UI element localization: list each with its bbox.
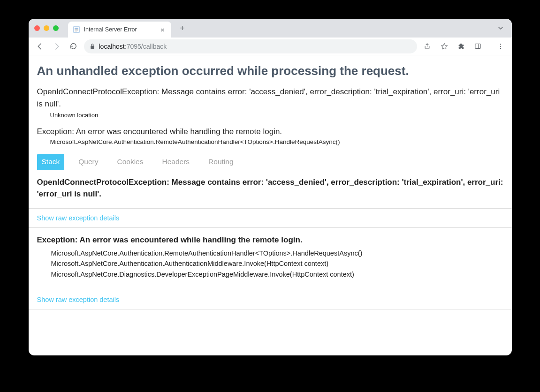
tab-routing[interactable]: Routing xyxy=(204,154,238,170)
exception-message-1: OpenIdConnectProtocolException: Message … xyxy=(37,86,503,110)
svg-rect-1 xyxy=(75,28,78,29)
forward-button[interactable] xyxy=(50,40,63,53)
url-text: localhost:7095/callback xyxy=(99,43,167,50)
svg-rect-5 xyxy=(91,46,94,49)
tabs-dropdown-button[interactable] xyxy=(495,23,506,34)
tab-cookies[interactable]: Cookies xyxy=(112,154,148,170)
url-path: :7095/callback xyxy=(125,43,167,50)
exception-message-2: Exception: An error was encountered whil… xyxy=(37,127,503,136)
tab-title: Internal Server Error xyxy=(84,26,137,33)
svg-point-9 xyxy=(500,45,501,46)
back-button[interactable] xyxy=(33,40,46,53)
stack-block-1: OpenIdConnectProtocolException: Message … xyxy=(29,170,512,203)
stack-trace-line: Microsoft.AspNetCore.Authentication.Remo… xyxy=(51,248,503,258)
svg-point-8 xyxy=(500,44,501,45)
exception-location-1: Unknown location xyxy=(37,112,503,119)
toolbar-right xyxy=(421,40,507,53)
share-button[interactable] xyxy=(421,40,434,53)
maximize-window-button[interactable] xyxy=(53,25,59,31)
close-window-button[interactable] xyxy=(34,25,40,31)
stack-trace-list: Microsoft.AspNetCore.Authentication.Remo… xyxy=(37,246,503,281)
show-raw-link-2[interactable]: Show raw exception details xyxy=(29,290,512,309)
url-host: localhost xyxy=(99,43,125,50)
stack-trace-line: Microsoft.AspNetCore.Diagnostics.Develop… xyxy=(51,269,503,279)
show-raw-link-1[interactable]: Show raw exception details xyxy=(29,209,512,228)
side-panel-button[interactable] xyxy=(472,40,485,53)
stack-title-1: OpenIdConnectProtocolException: Message … xyxy=(37,177,503,200)
stack-block-2: Exception: An error was encountered whil… xyxy=(29,228,512,284)
address-bar[interactable]: localhost:7095/callback xyxy=(84,39,417,53)
stack-trace-line: Microsoft.AspNetCore.Authentication.Auth… xyxy=(51,258,503,269)
extensions-button[interactable] xyxy=(455,40,468,53)
browser-tab[interactable]: Internal Server Error × xyxy=(68,22,171,38)
exception-location-2: Microsoft.AspNetCore.Authentication.Remo… xyxy=(37,138,503,145)
stack-title-2: Exception: An error was encountered whil… xyxy=(37,234,503,246)
lock-icon xyxy=(90,43,95,49)
error-tabs: Stack Query Cookies Headers Routing xyxy=(29,154,512,170)
window-controls xyxy=(34,25,59,31)
reload-button[interactable] xyxy=(67,40,80,53)
browser-window: Internal Server Error × + localhost:7095… xyxy=(29,19,512,355)
svg-rect-3 xyxy=(75,30,78,30)
svg-rect-6 xyxy=(475,44,480,49)
tab-query[interactable]: Query xyxy=(74,154,103,170)
favicon-icon xyxy=(73,26,80,33)
minimize-window-button[interactable] xyxy=(44,25,49,31)
bookmark-button[interactable] xyxy=(438,40,451,53)
svg-point-10 xyxy=(500,48,501,49)
tab-headers[interactable]: Headers xyxy=(157,154,194,170)
page-content: An unhandled exception occurred while pr… xyxy=(29,55,512,355)
menu-button[interactable] xyxy=(494,40,507,53)
title-bar: Internal Server Error × + xyxy=(29,19,512,38)
tab-stack[interactable]: Stack xyxy=(37,154,65,170)
new-tab-button[interactable]: + xyxy=(176,22,189,35)
page-title: An unhandled exception occurred while pr… xyxy=(37,64,503,78)
svg-rect-2 xyxy=(75,29,78,30)
svg-rect-4 xyxy=(75,31,77,31)
close-tab-button[interactable]: × xyxy=(159,26,167,33)
toolbar: localhost:7095/callback xyxy=(29,38,512,55)
